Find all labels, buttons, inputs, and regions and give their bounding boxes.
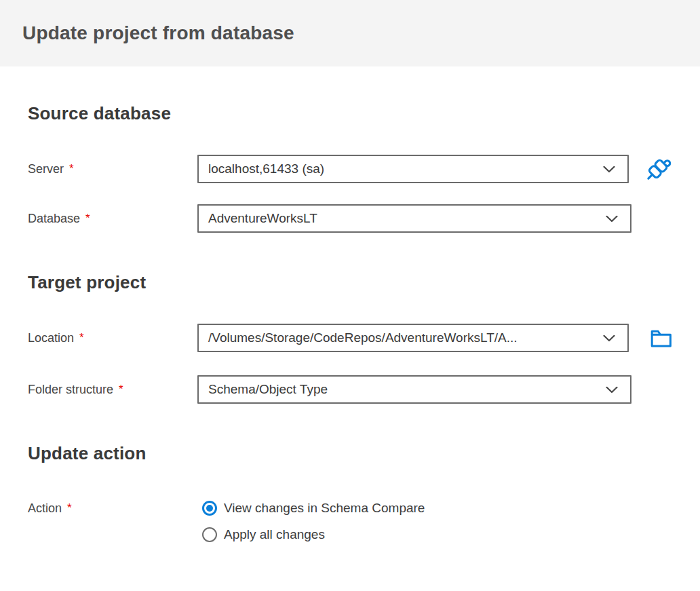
folder-icon[interactable] xyxy=(650,324,673,352)
action-label: Action* xyxy=(28,500,197,516)
required-asterisk: * xyxy=(67,501,72,514)
folder-structure-label: Folder structure* xyxy=(28,381,197,398)
radio-view-changes-label: View changes in Schema Compare xyxy=(224,500,425,516)
folder-structure-row: Folder structure* Schema/Object Type xyxy=(28,375,673,404)
section-heading-update-action: Update action xyxy=(28,443,673,463)
action-label-text: Action xyxy=(28,501,62,515)
chevron-down-icon xyxy=(606,216,618,223)
dialog-body: Source database Server* localhost,61433 … xyxy=(0,103,700,570)
required-asterisk: * xyxy=(79,331,84,344)
dialog-title: Update project from database xyxy=(22,22,294,44)
database-label-text: Database xyxy=(28,212,80,225)
section-heading-target-project: Target project xyxy=(28,272,673,292)
dialog-header: Update project from database xyxy=(0,0,700,66)
server-label: Server* xyxy=(28,161,197,177)
required-asterisk: * xyxy=(69,162,74,175)
required-asterisk: * xyxy=(85,212,90,225)
radio-button-icon xyxy=(202,527,217,542)
folder-structure-dropdown[interactable]: Schema/Object Type xyxy=(197,375,631,404)
location-label: Location* xyxy=(28,330,197,346)
server-dropdown[interactable]: localhost,61433 (sa) xyxy=(197,155,629,183)
radio-view-changes-in-schema-compare[interactable]: View changes in Schema Compare xyxy=(202,500,425,516)
radio-apply-all-label: Apply all changes xyxy=(224,527,325,543)
folder-structure-dropdown-value: Schema/Object Type xyxy=(199,382,630,397)
connect-plug-icon[interactable] xyxy=(643,155,673,183)
location-dropdown-value: /Volumes/Storage/CodeRepos/AdventureWork… xyxy=(199,330,627,345)
server-label-text: Server xyxy=(28,162,64,176)
action-radio-group: View changes in Schema Compare Apply all… xyxy=(197,500,425,543)
chevron-down-icon xyxy=(606,387,618,394)
action-row: Action* View changes in Schema Compare A… xyxy=(28,500,673,543)
database-row: Database* AdventureWorksLT xyxy=(28,204,673,233)
server-row: Server* localhost,61433 (sa) xyxy=(28,155,673,183)
database-label: Database* xyxy=(28,210,197,227)
location-label-text: Location xyxy=(28,331,74,345)
chevron-down-icon xyxy=(603,335,615,342)
location-dropdown[interactable]: /Volumes/Storage/CodeRepos/AdventureWork… xyxy=(197,324,629,352)
location-row: Location* /Volumes/Storage/CodeRepos/Adv… xyxy=(28,324,673,352)
server-dropdown-value: localhost,61433 (sa) xyxy=(199,161,627,176)
radio-button-icon xyxy=(202,501,217,516)
database-dropdown-value: AdventureWorksLT xyxy=(199,211,630,226)
required-asterisk: * xyxy=(119,383,123,396)
database-dropdown[interactable]: AdventureWorksLT xyxy=(197,204,631,233)
folder-structure-label-text: Folder structure xyxy=(28,383,113,396)
section-heading-source-database: Source database xyxy=(28,103,673,123)
chevron-down-icon xyxy=(603,166,615,173)
radio-apply-all-changes[interactable]: Apply all changes xyxy=(202,527,425,543)
